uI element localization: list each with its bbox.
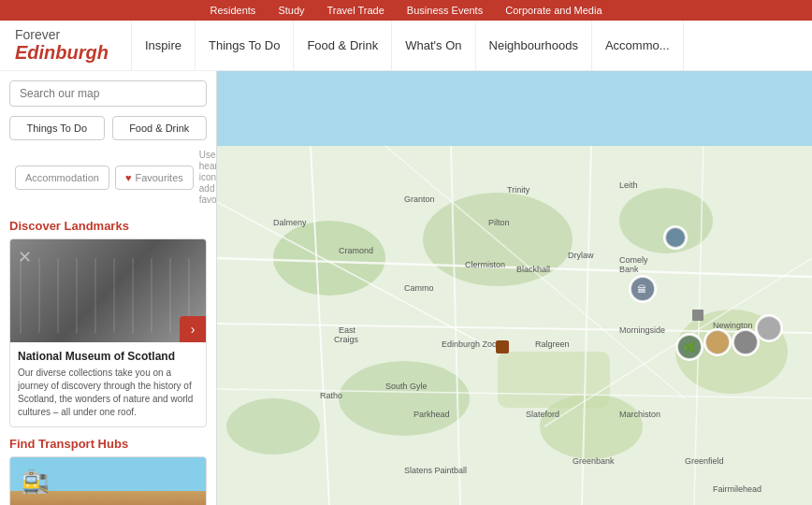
svg-text:Blackhall: Blackhall xyxy=(516,265,550,274)
svg-point-55 xyxy=(706,331,729,354)
svg-text:Pilton: Pilton xyxy=(488,218,510,227)
svg-rect-47 xyxy=(496,340,509,354)
logo-forever-text: Forever xyxy=(15,28,109,42)
svg-point-62 xyxy=(666,228,685,247)
nav-residents[interactable]: Residents xyxy=(210,5,255,16)
svg-text:🌿: 🌿 xyxy=(684,341,696,354)
favourites-button[interactable]: ♥ Favourites xyxy=(115,166,194,190)
search-input[interactable] xyxy=(9,80,207,107)
svg-text:Greenfield: Greenfield xyxy=(685,456,724,466)
food-drink-button[interactable]: Food & Drink xyxy=(112,116,208,140)
nav-inspire[interactable]: Inspire xyxy=(131,21,196,71)
things-to-do-button[interactable]: Things To Do xyxy=(9,116,105,140)
museum-arrow-button[interactable]: › xyxy=(180,316,206,342)
svg-text:Dalmeny: Dalmeny xyxy=(273,218,307,227)
transport-card-image: › xyxy=(10,457,206,505)
map-area[interactable]: Dalmeny Cramond Granton Trinity Leith Ca… xyxy=(217,71,812,505)
svg-text:Drylaw: Drylaw xyxy=(568,251,594,260)
nav-things-to-do[interactable]: Things To Do xyxy=(196,21,294,71)
favourites-label: Favourites xyxy=(135,172,182,183)
svg-text:East: East xyxy=(339,325,356,335)
museum-card-body: National Museum of Scotland Our diverse … xyxy=(10,342,206,426)
accommodation-button[interactable]: Accommodation xyxy=(15,166,109,190)
museum-card-image: › xyxy=(10,239,206,342)
heart-icon: ♥ xyxy=(125,172,132,183)
svg-text:Granton: Granton xyxy=(404,195,435,204)
svg-point-6 xyxy=(339,361,470,436)
svg-rect-60 xyxy=(692,310,703,321)
map-background: Dalmeny Cramond Granton Trinity Leith Ca… xyxy=(217,71,812,505)
svg-text:South Gyle: South Gyle xyxy=(385,382,428,391)
svg-rect-9 xyxy=(498,352,610,408)
favourites-hint: Use the heart icon to add favourites xyxy=(199,150,217,206)
svg-text:Fairmilehead: Fairmilehead xyxy=(713,484,761,494)
svg-text:🏛: 🏛 xyxy=(637,284,646,295)
museum-title: National Museum of Scotland xyxy=(18,350,198,363)
svg-text:Cammo: Cammo xyxy=(404,283,434,293)
svg-text:Cramond: Cramond xyxy=(339,246,373,255)
svg-text:Bank: Bank xyxy=(619,265,639,274)
site-logo[interactable]: Forever Edinburgh xyxy=(15,28,109,63)
svg-text:Slateford: Slateford xyxy=(526,410,559,419)
museum-image-placeholder xyxy=(10,239,206,342)
content-area: Things To Do Food & Drink Accommodation … xyxy=(0,71,812,505)
transport-heading: Find Transport Hubs xyxy=(9,437,207,451)
sidebar: Things To Do Food & Drink Accommodation … xyxy=(0,71,217,505)
svg-text:Greenbank: Greenbank xyxy=(573,456,615,466)
svg-text:Parkhead: Parkhead xyxy=(413,410,450,419)
svg-text:Clermiston: Clermiston xyxy=(465,260,505,269)
filter-buttons: Things To Do Food & Drink xyxy=(9,116,207,140)
svg-text:Ratho: Ratho xyxy=(320,391,342,400)
main-nav-links: Inspire Things To Do Food & Drink What's… xyxy=(131,21,797,71)
svg-point-8 xyxy=(226,398,320,454)
museum-card: › National Museum of Scotland Our divers… xyxy=(9,238,207,427)
nav-travel-trade[interactable]: Travel Trade xyxy=(327,5,384,16)
svg-text:Marchiston: Marchiston xyxy=(619,410,660,419)
nav-neighbourhoods[interactable]: Neighbourhoods xyxy=(476,21,592,71)
favourites-row: Accommodation ♥ Favourites Use the heart… xyxy=(9,146,207,209)
museum-description: Our diverse collections take you on a jo… xyxy=(18,367,198,419)
nav-whats-on[interactable]: What's On xyxy=(392,21,475,71)
svg-point-59 xyxy=(758,317,780,339)
svg-text:Edinburgh Zoo: Edinburgh Zoo xyxy=(442,339,497,349)
svg-text:Comely: Comely xyxy=(619,255,648,265)
nav-business-events[interactable]: Business Events xyxy=(407,5,483,16)
svg-point-57 xyxy=(734,331,757,354)
transport-image-placeholder xyxy=(10,457,206,505)
main-navigation: Forever Edinburgh Inspire Things To Do F… xyxy=(0,21,812,71)
landmarks-heading: Discover Landmarks xyxy=(9,219,207,233)
svg-text:Leith: Leith xyxy=(619,180,638,190)
nav-corporate-media[interactable]: Corporate and Media xyxy=(505,5,602,16)
top-navigation: Residents Study Travel Trade Business Ev… xyxy=(0,0,812,21)
transport-card: › xyxy=(9,456,207,505)
nav-food-drink[interactable]: Food & Drink xyxy=(294,21,392,71)
svg-text:Craigs: Craigs xyxy=(334,335,359,344)
svg-text:Trinity: Trinity xyxy=(507,185,530,195)
svg-text:Ralgreen: Ralgreen xyxy=(535,339,570,349)
svg-text:Morningside: Morningside xyxy=(619,325,665,335)
svg-text:Slatens Paintball: Slatens Paintball xyxy=(404,466,467,475)
nav-accommodation[interactable]: Accommo... xyxy=(592,21,684,71)
logo-edinburgh-text: Edinburgh xyxy=(15,42,109,63)
map-svg: Dalmeny Cramond Granton Trinity Leith Ca… xyxy=(217,71,812,505)
svg-point-2 xyxy=(273,221,385,296)
nav-study[interactable]: Study xyxy=(278,5,304,16)
